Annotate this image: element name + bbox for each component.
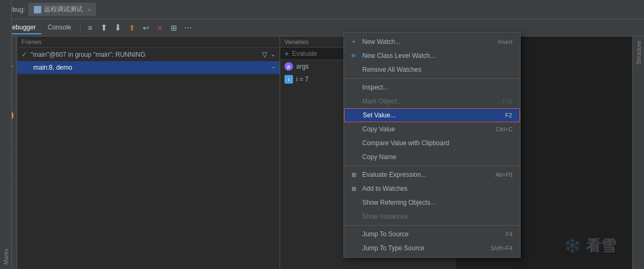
toolbar-row: Debugger Console ≡ ⬆ ⬇ ⬆ ↩ ✕ ⊞ ⋯ xyxy=(0,19,644,36)
frames-header-label: Frames xyxy=(21,39,41,45)
right-bar: Structure xyxy=(632,36,644,269)
menu-item-remove-watches[interactable]: Remove All Watches xyxy=(344,63,520,77)
jump-type-source-icon xyxy=(349,244,358,252)
remove-watches-label: Remove All Watches xyxy=(362,66,513,73)
menu-item-copy-value[interactable]: Copy Value Ctrl+C xyxy=(344,122,520,136)
menu-item-set-value[interactable]: Set Value... F2 xyxy=(344,108,520,122)
mark-object-icon xyxy=(349,97,358,106)
stop-btn2[interactable]: ✕ xyxy=(153,21,166,34)
show-instances-icon xyxy=(349,212,358,221)
menu-divider-2 xyxy=(344,166,520,166)
var-name-args: args xyxy=(296,63,309,70)
menu-divider-3 xyxy=(344,225,520,226)
jump-source-shortcut: F4 xyxy=(506,231,513,237)
filter-icon[interactable]: ▽ xyxy=(262,50,267,58)
inspect-label: Inspect... xyxy=(362,84,513,91)
debug-bar: Debug: 远程调试测试 × xyxy=(0,0,644,19)
resume-btn[interactable]: ↩ xyxy=(140,21,152,34)
chevron-down-icon[interactable]: ⌄ xyxy=(270,51,275,58)
remove-watches-icon xyxy=(349,65,358,74)
new-watch-shortcut: Insert xyxy=(497,39,513,45)
menu-item-new-watch[interactable]: + New Watch... Insert xyxy=(344,35,520,49)
context-menu: + New Watch... Insert 👁 New Class Level … xyxy=(343,32,521,258)
marks-label[interactable]: Marks xyxy=(3,249,9,265)
evaluate-shortcut: Alt+F8 xyxy=(495,171,513,178)
show-instances-label: Show Instances xyxy=(362,213,513,220)
copy-name-icon xyxy=(349,153,358,161)
new-watch-label: New Watch... xyxy=(362,38,493,46)
debug-tab[interactable]: 远程调试测试 × xyxy=(28,3,96,16)
class-watch-icon: 👁 xyxy=(349,51,358,60)
jump-source-label: Jump To Source xyxy=(362,230,501,238)
copy-value-label: Copy Value xyxy=(362,125,492,133)
set-value-label: Set Value... xyxy=(363,111,501,119)
set-value-shortcut: F2 xyxy=(505,112,512,118)
frame-text-main: "main"@607 in group "main": RUNNING xyxy=(31,51,259,58)
menu-item-inspect[interactable]: Inspect... xyxy=(344,80,520,94)
add-watches-icon: ⊞ xyxy=(349,184,358,193)
mark-object-label: Mark Object... xyxy=(362,98,498,105)
menu-item-show-instances: Show Instances xyxy=(344,210,520,223)
mark-object-shortcut: F11 xyxy=(502,98,513,104)
compare-label: Compare Value with Clipboard xyxy=(362,139,513,147)
variables-header-label: Variables xyxy=(284,39,309,45)
step-out-btn[interactable]: ⬆ xyxy=(126,21,138,34)
var-icon-i: i xyxy=(284,75,293,84)
debug-tab-close[interactable]: × xyxy=(87,6,91,13)
structure-label[interactable]: Structure xyxy=(635,41,642,65)
jump-type-source-label: Jump To Type Source xyxy=(362,244,486,252)
menu-item-mark-object: Mark Object... F11 xyxy=(344,94,520,108)
step-into-btn[interactable]: ⬇ xyxy=(112,21,125,34)
bottom-left-bar: Marks xyxy=(0,0,12,269)
menu-item-jump-source[interactable]: Jump To Source F4 xyxy=(344,227,520,241)
step-over-btn[interactable]: ⬆ xyxy=(98,21,111,34)
debug-tab-name: 远程调试测试 xyxy=(44,5,83,14)
show-referring-label: Show Referring Objects... xyxy=(362,199,513,206)
tab-console[interactable]: Console xyxy=(42,21,77,34)
jump-source-icon xyxy=(349,230,358,238)
watermark-snowflake-icon: ❄ xyxy=(564,234,582,258)
watermark: ❄ 看雪 xyxy=(564,234,616,258)
settings-btn2[interactable]: ⋯ xyxy=(181,21,194,34)
plus-icon[interactable]: + xyxy=(284,49,289,58)
frame-item-main[interactable]: ✓ "main"@607 in group "main": RUNNING ▽ … xyxy=(17,48,280,61)
menu-divider-1 xyxy=(344,78,520,79)
menu-item-show-referring[interactable]: Show Referring Objects... xyxy=(344,196,520,210)
add-watches-label: Add to Watches xyxy=(362,185,513,192)
compare-icon xyxy=(349,139,358,147)
copy-value-icon xyxy=(349,125,358,133)
class-watch-label: New Class Level Watch... xyxy=(362,52,508,59)
show-referring-icon xyxy=(349,198,358,207)
frames-header: Frames xyxy=(17,36,280,48)
inspect-icon xyxy=(349,83,358,92)
menu-icon-btn[interactable]: ≡ xyxy=(84,21,97,34)
debug-tab-icon xyxy=(34,6,41,13)
menu-item-copy-name[interactable]: Copy Name xyxy=(344,150,520,164)
set-value-icon xyxy=(350,111,358,119)
frames-list: ✓ "main"@607 in group "main": RUNNING ▽ … xyxy=(17,48,280,269)
menu-item-jump-type-source[interactable]: Jump To Type Source Shift+F4 xyxy=(344,241,520,255)
var-icon-args: p xyxy=(284,62,293,71)
evaluate-label: Evaluate Expression... xyxy=(362,171,491,178)
frame-item-demo[interactable]: main:8, demo − xyxy=(17,61,280,74)
copy-name-label: Copy Name xyxy=(362,153,513,161)
evaluate-icon: ⊞ xyxy=(349,170,358,179)
menu-item-add-watches[interactable]: ⊞ Add to Watches xyxy=(344,182,520,196)
frame-check-icon: ✓ xyxy=(21,50,27,58)
menu-item-evaluate[interactable]: ⊞ Evaluate Expression... Alt+F8 xyxy=(344,168,520,182)
watermark-text: 看雪 xyxy=(586,236,616,256)
frame-text-demo: main:8, demo xyxy=(33,64,268,71)
toolbar-separator-1 xyxy=(80,23,80,33)
menu-item-compare[interactable]: Compare Value with Clipboard xyxy=(344,136,520,150)
frames-panel: Frames ✓ "main"@607 in group "main": RUN… xyxy=(17,36,280,269)
main-area: ▶ 🔧 ⏸ ■ ⬤ ✏ 📷 ⚙ 📌 Frames ✓ "main"@607 in… xyxy=(0,36,644,269)
frame-minus-icon[interactable]: − xyxy=(272,64,275,71)
var-name-i: i = 7 xyxy=(296,76,309,83)
menu-item-class-watch[interactable]: 👁 New Class Level Watch... xyxy=(344,49,520,63)
jump-type-source-shortcut: Shift+F4 xyxy=(491,245,513,251)
copy-value-shortcut: Ctrl+C xyxy=(496,126,513,132)
new-watch-icon: + xyxy=(349,38,358,46)
view-btn[interactable]: ⊞ xyxy=(167,21,180,34)
